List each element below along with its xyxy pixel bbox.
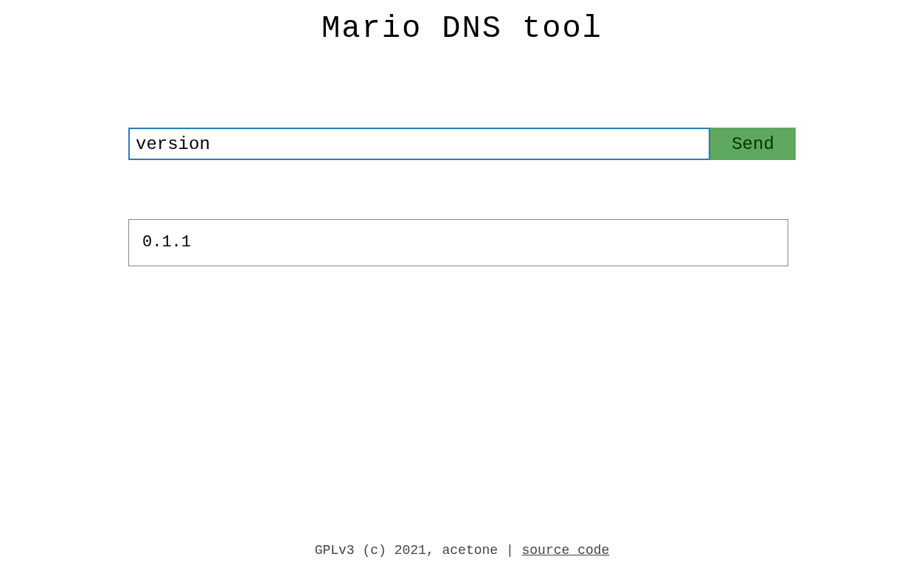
source-code-link[interactable]: source code (522, 543, 610, 558)
query-input[interactable] (128, 128, 710, 160)
footer-license: GPLv3 (c) 2021, acetone | (315, 543, 522, 558)
query-form: Send (128, 128, 796, 160)
result-output: 0.1.1 (128, 219, 788, 266)
footer: GPLv3 (c) 2021, acetone | source code (0, 543, 924, 558)
page-title: Mario DNS tool (322, 11, 602, 46)
send-button[interactable]: Send (710, 128, 796, 160)
